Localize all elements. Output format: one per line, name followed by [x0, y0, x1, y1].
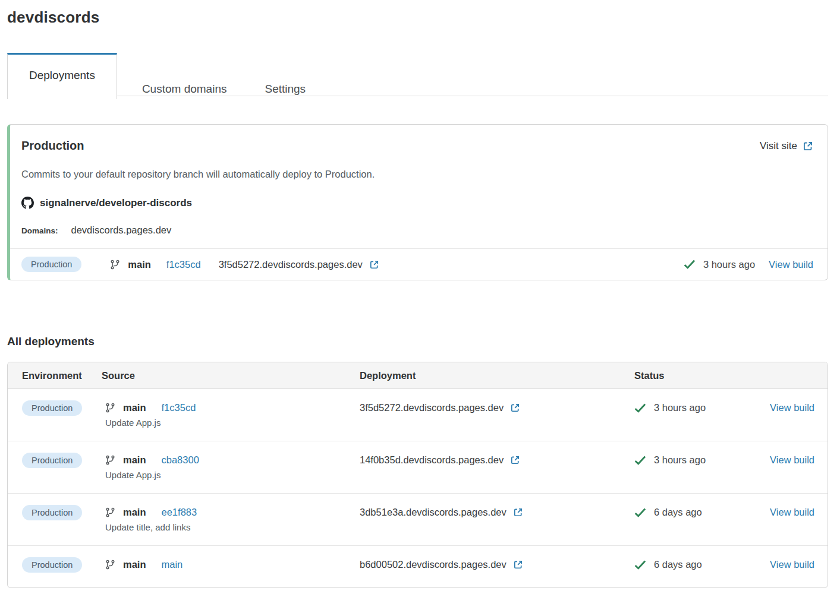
view-build-link[interactable]: View build: [770, 454, 814, 465]
table-header-row: Environment Source Deployment Status: [8, 362, 828, 389]
external-link-icon[interactable]: [369, 260, 379, 270]
column-header-deployment: Deployment: [360, 370, 634, 381]
view-build-link[interactable]: View build: [770, 559, 814, 570]
environment-badge: Production: [22, 453, 82, 468]
commit-message: Update App.js: [105, 418, 360, 428]
visit-site-label: Visit site: [760, 140, 797, 152]
column-header-status: Status: [634, 370, 765, 381]
deployment-url: b6d00502.devdiscords.pages.dev: [360, 559, 506, 570]
view-build-link[interactable]: View build: [770, 402, 814, 413]
git-branch-icon: [105, 403, 115, 413]
table-row: Production main cba8300 Update App.js 14…: [8, 441, 828, 493]
external-link-icon[interactable]: [513, 560, 523, 570]
deployment-url: 14f0b35d.devdiscords.pages.dev: [360, 454, 504, 466]
git-branch-icon: [105, 455, 115, 465]
domain-value: devdiscords.pages.dev: [71, 225, 172, 236]
status-time: 3 hours ago: [703, 259, 755, 270]
table-row: Production main main b6d00502.devdiscord…: [8, 545, 828, 587]
branch-name: main: [128, 259, 151, 270]
branch-name: main: [123, 454, 146, 466]
branch-name: main: [123, 402, 146, 413]
deployments-table: Environment Source Deployment Status Pro…: [7, 362, 828, 588]
external-link-icon: [803, 141, 813, 151]
table-row: Production main ee1f883 Update title, ad…: [8, 493, 828, 545]
visit-site-link[interactable]: Visit site: [760, 140, 813, 152]
environment-badge: Production: [21, 257, 81, 272]
git-branch-icon: [105, 560, 115, 570]
view-build-link[interactable]: View build: [770, 507, 814, 517]
all-deployments-heading: All deployments: [7, 335, 828, 348]
external-link-icon[interactable]: [510, 455, 520, 465]
check-icon: [684, 260, 696, 269]
repo-name: signalnerve/developer-discords: [40, 197, 192, 209]
status-time: 6 days ago: [654, 559, 702, 570]
tab-deployments[interactable]: Deployments: [7, 53, 117, 99]
page-title: devdiscords: [7, 8, 828, 27]
table-row: Production main f1c35cd Update App.js 3f…: [8, 389, 828, 441]
status-time: 3 hours ago: [654, 454, 706, 466]
view-build-link[interactable]: View build: [769, 259, 813, 270]
production-description: Commits to your default repository branc…: [21, 169, 813, 180]
check-icon: [634, 508, 646, 517]
check-icon: [634, 403, 646, 413]
production-deployment-row: Production main f1c35cd 3f5d5272.devdisc…: [10, 248, 828, 280]
git-branch-icon: [105, 507, 115, 517]
check-icon: [634, 456, 646, 465]
status-time: 3 hours ago: [654, 402, 706, 413]
deployment-url: 3f5d5272.devdiscords.pages.dev: [219, 259, 363, 270]
column-header-source: Source: [102, 370, 360, 381]
environment-badge: Production: [22, 400, 82, 416]
tab-settings[interactable]: Settings: [251, 83, 319, 96]
commit-link[interactable]: cba8300: [162, 454, 199, 466]
check-icon: [634, 560, 646, 570]
external-link-icon[interactable]: [513, 507, 523, 517]
branch-name: main: [123, 559, 146, 570]
commit-message: Update title, add links: [105, 522, 360, 532]
branch-name: main: [123, 507, 146, 518]
commit-link[interactable]: f1c35cd: [166, 259, 201, 270]
commit-link[interactable]: main: [162, 559, 183, 570]
status-time: 6 days ago: [654, 507, 702, 518]
commit-message: Update App.js: [105, 470, 360, 480]
table-body: Production main f1c35cd Update App.js 3f…: [8, 389, 828, 587]
commit-link[interactable]: ee1f883: [162, 507, 197, 518]
environment-badge: Production: [22, 505, 82, 520]
github-icon: [21, 197, 34, 209]
deployment-url: 3db51e3a.devdiscords.pages.dev: [360, 507, 506, 518]
tab-bar: Deployments Custom domains Settings: [7, 53, 828, 96]
external-link-icon[interactable]: [510, 403, 520, 413]
production-card: Production Visit site Commits to your de…: [7, 124, 828, 280]
production-card-title: Production: [21, 139, 84, 153]
deployment-url: 3f5d5272.devdiscords.pages.dev: [360, 402, 504, 413]
environment-badge: Production: [22, 557, 82, 573]
tab-custom-domains[interactable]: Custom domains: [129, 83, 240, 96]
commit-link[interactable]: f1c35cd: [162, 402, 196, 413]
git-branch-icon: [110, 260, 120, 270]
column-header-environment: Environment: [22, 370, 102, 381]
domains-label: Domains:: [21, 226, 58, 235]
